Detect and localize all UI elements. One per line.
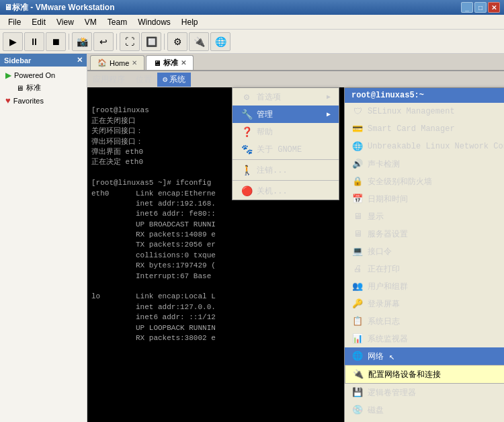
toolbar-power[interactable]: ▶ bbox=[3, 32, 23, 51]
sysmonitor-label: 系统监视器 bbox=[368, 333, 408, 345]
network-devices-label: 配置网络设备和连接 bbox=[368, 369, 441, 380]
menu-sep1 bbox=[233, 159, 339, 160]
toolbar-net[interactable]: 🌐 bbox=[210, 32, 230, 51]
printing-icon: 🖨 bbox=[351, 263, 364, 275]
menu-shutdown[interactable]: 🔴 关机... bbox=[233, 182, 339, 200]
sound-icon: 🔊 bbox=[351, 158, 364, 170]
login-label: 登录屏幕 bbox=[368, 298, 400, 310]
title-bar: 🖥 标准 - VMware Workstation _ □ ✕ bbox=[0, 0, 504, 15]
submenu-network-config[interactable]: 🌐 Unbreakable Linux Network Configuratio… bbox=[345, 138, 504, 155]
submenu-sysmonitor[interactable]: 📊 系统监视器 bbox=[345, 330, 504, 347]
sidebar-item-vm[interactable]: 🖥 标准 bbox=[3, 81, 84, 94]
vm-icon: 🖥 bbox=[16, 84, 24, 92]
submenu-login[interactable]: 🔑 登录屏幕 bbox=[345, 295, 504, 312]
system-icon: ⚙ bbox=[163, 75, 167, 85]
login-icon: 🔑 bbox=[351, 298, 364, 310]
heart-icon: ♥ bbox=[5, 95, 11, 106]
server-icon: 🖥 bbox=[351, 228, 364, 240]
admin-label: 管理 bbox=[257, 109, 273, 120]
menu-edit[interactable]: Edit bbox=[26, 16, 51, 28]
sidebar-title: Sidebar bbox=[4, 56, 31, 65]
menu-admin[interactable]: 🔧 管理 ▶ bbox=[233, 106, 339, 123]
datetime-icon: 📅 bbox=[351, 193, 364, 205]
submenu-selinux[interactable]: 🛡 SELinux Management bbox=[345, 103, 504, 120]
preferences-label: 首选项 bbox=[257, 91, 281, 103]
network-label: 网络 bbox=[368, 351, 384, 362]
content-area: 🏠 Home ✕ 🖥 标准 ✕ [root@linuxas 正在关闭接口 关闭环… bbox=[87, 54, 504, 422]
toolbar-usb[interactable]: 🔌 bbox=[189, 32, 209, 51]
vm-menu-system[interactable]: ⚙ 系统 bbox=[157, 73, 191, 87]
sidebar-favorites[interactable]: ♥ Favorites bbox=[3, 94, 84, 107]
sound-label: 声卡检测 bbox=[368, 159, 400, 170]
toolbar-pause[interactable]: ⏸ bbox=[24, 32, 44, 51]
toolbar-stop[interactable]: ⏹ bbox=[46, 32, 66, 51]
tab-home-close[interactable]: ✕ bbox=[132, 59, 137, 67]
submenu-auth[interactable]: 🔐 验证 bbox=[345, 419, 504, 422]
maximize-button[interactable]: □ bbox=[474, 2, 487, 13]
tab-home-label: Home bbox=[110, 59, 129, 67]
menu-help[interactable]: Help bbox=[176, 16, 204, 28]
toolbar-revert[interactable]: ↩ bbox=[93, 32, 114, 51]
tab-vm-close[interactable]: ✕ bbox=[181, 59, 186, 67]
close-button[interactable]: ✕ bbox=[488, 2, 500, 13]
terminal-icon: 💻 bbox=[351, 245, 364, 257]
menu-file[interactable]: File bbox=[3, 16, 26, 28]
toolbar-snap[interactable]: 📸 bbox=[72, 32, 92, 51]
syslog-label: 系统日志 bbox=[368, 316, 400, 327]
submenu-disk[interactable]: 💿 磁盘 bbox=[345, 401, 504, 419]
terminal-area[interactable]: [root@linuxas 正在关闭接口 关闭环回接口： 弹出环回接口： 弹出界… bbox=[87, 71, 504, 422]
help-icon: ❓ bbox=[241, 126, 253, 138]
submenu-terminal[interactable]: 💻 接口令 bbox=[345, 243, 504, 260]
menu-team[interactable]: Team bbox=[102, 16, 132, 28]
terminal-label: 接口令 bbox=[368, 246, 392, 257]
submenu-firewall[interactable]: 🔒 安全级别和防火墙 bbox=[345, 173, 504, 190]
submenu-syslog[interactable]: 📋 系统日志 bbox=[345, 312, 504, 330]
places-label: 位置 bbox=[136, 74, 152, 85]
submenu-users[interactable]: 👥 用户和组群 bbox=[345, 278, 504, 295]
preferences-arrow: ▶ bbox=[327, 93, 331, 101]
toolbar-settings[interactable]: ⚙ bbox=[167, 32, 187, 51]
logical-icon: 💾 bbox=[351, 386, 364, 398]
submenu-smartcard[interactable]: 💳 Smart Card Manager bbox=[345, 120, 504, 138]
menu-help-item[interactable]: ❓ 帮助 bbox=[233, 123, 339, 140]
menu-about-gnome[interactable]: 🐾 关于 GNOME bbox=[233, 140, 339, 158]
firewall-icon: 🔒 bbox=[351, 175, 364, 187]
menu-windows[interactable]: Windows bbox=[132, 16, 176, 28]
datetime-label: 日期和时间 bbox=[368, 194, 408, 205]
logical-label: 逻辑卷管理器 bbox=[368, 387, 416, 398]
sidebar-favorites-label: Favorites bbox=[13, 97, 44, 105]
play-icon: ▶ bbox=[5, 71, 11, 80]
network-icon: 🌐 bbox=[351, 350, 364, 362]
vm-menu-places[interactable]: 位置 bbox=[130, 73, 157, 87]
menu-vm[interactable]: VM bbox=[79, 16, 102, 28]
display-icon: 🖥 bbox=[351, 210, 364, 222]
window-title: 标准 - VMware Workstation bbox=[12, 2, 114, 13]
submenu-display[interactable]: 🖥 显示 bbox=[345, 208, 504, 225]
toolbar-fullscreen[interactable]: ⛶ bbox=[120, 32, 140, 51]
toolbar-unity[interactable]: 🔲 bbox=[141, 32, 161, 51]
sidebar-vm-label: 标准 bbox=[26, 83, 41, 93]
sidebar-close-button[interactable]: ✕ bbox=[77, 56, 83, 65]
toolbar-sep1 bbox=[69, 34, 69, 50]
submenu-printing[interactable]: 🖨 正在打印 bbox=[345, 260, 504, 278]
menu-preferences[interactable]: ⚙ 首选项 ▶ bbox=[233, 88, 339, 106]
tab-home[interactable]: 🏠 Home ✕ bbox=[90, 55, 144, 70]
menu-logout[interactable]: 🚶 注销... bbox=[233, 161, 339, 179]
sysmonitor-icon: 📊 bbox=[351, 333, 364, 345]
menu-view[interactable]: View bbox=[51, 16, 79, 28]
submenu-network[interactable]: 🌐 网络 ↖ bbox=[345, 347, 504, 365]
submenu-header: root@linuxas5:~ bbox=[345, 88, 504, 103]
display-label: 显示 bbox=[368, 211, 384, 222]
tab-vm[interactable]: 🖥 标准 ✕ bbox=[146, 55, 194, 70]
selinux-icon: 🛡 bbox=[351, 106, 364, 118]
sidebar-powered-on-section: ▶ Powered On bbox=[3, 69, 84, 81]
submenu-sound[interactable]: 🔊 声卡检测 bbox=[345, 155, 504, 173]
vm-menu-applications[interactable]: 应用程序 bbox=[87, 73, 130, 87]
submenu-datetime[interactable]: 📅 日期和时间 bbox=[345, 190, 504, 208]
minimize-button[interactable]: _ bbox=[461, 2, 473, 13]
app-icon: 🖥 bbox=[4, 3, 12, 12]
submenu-server[interactable]: 🖥 服务器设置 ▶ bbox=[345, 225, 504, 243]
submenu-logical[interactable]: 💾 逻辑卷管理器 bbox=[345, 384, 504, 401]
submenu-network-devices[interactable]: 🔌 配置网络设备和连接 bbox=[345, 365, 504, 384]
sidebar-content: ▶ Powered On 🖥 标准 ♥ Favorites bbox=[0, 67, 87, 110]
